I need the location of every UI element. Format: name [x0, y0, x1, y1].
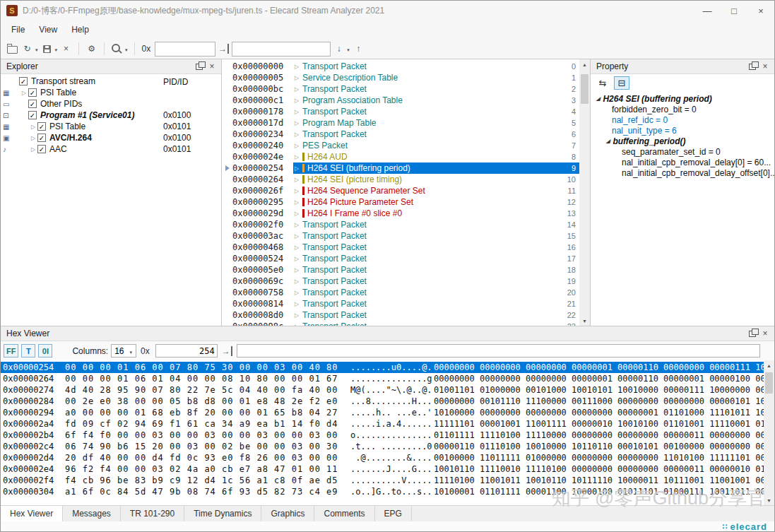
scroll-down-icon[interactable]: ▼: [764, 495, 774, 506]
property-row[interactable]: ◢H264 SEI (buffering period): [591, 93, 774, 104]
goto-offset-button[interactable]: →: [220, 343, 234, 359]
close-button[interactable]: ×: [747, 1, 774, 20]
hex-row[interactable]: 0x0000025400 00 00 01 06 00 07 80 75 30 …: [1, 362, 764, 373]
checkbox[interactable]: ✓: [28, 88, 37, 97]
menu-help[interactable]: Help: [64, 25, 96, 35]
packet-row[interactable]: 0x0000026f▷H264 Sequence Parameter Set11: [222, 185, 579, 196]
hex-row[interactable]: 0x000002b46f f4 f0 00 00 03 00 00 03 00 …: [1, 430, 764, 441]
hex-row[interactable]: 0x000002a4fd 09 cf 02 94 69 f1 61 ca 34 …: [1, 418, 764, 430]
hex-search-input[interactable]: [237, 344, 760, 357]
packet-list-scrollbar[interactable]: ▲ ▼: [579, 59, 590, 326]
tree-item[interactable]: ♪▷✓AAC0x0101: [1, 143, 221, 155]
expand-icon[interactable]: ▷: [295, 211, 302, 217]
columns-select[interactable]: 16▾: [111, 344, 136, 357]
hex-row[interactable]: 0x000002d420 df 40 00 00 d4 fd 0c 93 e0 …: [1, 452, 764, 463]
packet-row[interactable]: 0x0000069c▷Transport Packet19: [222, 276, 579, 287]
expand-icon[interactable]: ▷: [29, 146, 37, 153]
packet-row[interactable]: 0x00000240▷PES Packet7: [222, 140, 579, 151]
close-panel-button[interactable]: ×: [759, 328, 771, 339]
save-button[interactable]: [40, 41, 54, 57]
expand-icon[interactable]: ▷: [295, 188, 302, 194]
checkbox[interactable]: ✓: [37, 122, 46, 131]
expand-icon[interactable]: ▷: [295, 290, 302, 296]
tab-epg[interactable]: EPG: [375, 506, 412, 521]
tree-item[interactable]: ▦▷✓PSI Table0x0101: [1, 121, 221, 132]
expand-icon[interactable]: ▷: [295, 222, 302, 228]
checkbox[interactable]: ✓: [19, 77, 28, 85]
tab-messages[interactable]: Messages: [63, 506, 121, 521]
close-panel-button[interactable]: ×: [759, 61, 771, 72]
hex-row[interactable]: 0x000002f4f4 cb 96 be 83 b9 c9 12 d4 1c …: [1, 475, 764, 486]
expand-icon[interactable]: ▷: [295, 244, 302, 251]
property-row[interactable]: nal_unit_type = 6: [591, 125, 774, 136]
hex-offset-input[interactable]: [155, 344, 218, 357]
expand-icon[interactable]: ▷: [295, 75, 302, 81]
maximize-button[interactable]: □: [721, 1, 747, 20]
packet-row[interactable]: 0x00000468▷Transport Packet16: [222, 242, 579, 253]
expand-icon[interactable]: ▷: [295, 278, 302, 285]
expand-icon[interactable]: ▷: [295, 143, 302, 149]
minimize-button[interactable]: —: [694, 1, 721, 20]
goto-offset-button[interactable]: →: [217, 41, 230, 57]
chevron-down-icon[interactable]: ▾: [55, 47, 58, 53]
property-row[interactable]: nal_initial_cpb_removal_delay_offset[0].…: [591, 167, 774, 178]
chevron-down-icon[interactable]: ▾: [125, 47, 128, 53]
expand-icon[interactable]: ▷: [295, 267, 302, 273]
expand-icon[interactable]: ▷: [295, 256, 302, 262]
float-panel-button[interactable]: [193, 61, 206, 72]
expand-icon[interactable]: ▷: [295, 312, 302, 319]
settings-button[interactable]: ⚙: [85, 41, 98, 57]
packet-row[interactable]: 0x00000758▷Transport Packet20: [222, 287, 579, 298]
tree-item[interactable]: ▣▷✓AVC/H.2640x0100: [1, 132, 221, 143]
tab-comments[interactable]: Comments: [314, 506, 374, 521]
collapse-icon[interactable]: ◢: [596, 96, 600, 102]
property-row[interactable]: ◢buffering_period(): [591, 136, 774, 146]
property-row[interactable]: seq_paramater_set_id = 0: [591, 146, 774, 157]
tree-view-button[interactable]: ⊟: [614, 76, 629, 90]
hex-row[interactable]: 0x000002744d 40 28 95 90 07 80 22 7e 5c …: [1, 384, 764, 396]
packet-row[interactable]: 0x000008d0▷Transport Packet22: [222, 309, 579, 321]
expand-icon[interactable]: ▷: [20, 90, 28, 96]
packet-row[interactable]: 0x00000264▷H264 SEI (picture timing)10: [222, 174, 579, 185]
swap-view-button[interactable]: ⇆: [595, 76, 610, 90]
expand-icon[interactable]: ▷: [295, 154, 302, 160]
close-file-button[interactable]: ×: [59, 41, 73, 57]
search-down-button[interactable]: ↓: [332, 41, 345, 57]
packet-row[interactable]: 0x00000234▷Transport Packet6: [222, 129, 579, 140]
float-panel-button[interactable]: [746, 328, 759, 339]
expand-icon[interactable]: ▷: [295, 64, 302, 70]
tree-item[interactable]: ▦▷✓PSI Table: [1, 87, 221, 98]
goto-offset-input[interactable]: [155, 42, 215, 57]
binary-view-toggle[interactable]: 0I: [38, 344, 52, 357]
text-view-toggle[interactable]: T: [21, 344, 35, 357]
tree-item[interactable]: ▭✓Other PIDs: [1, 98, 221, 110]
tab-graphics[interactable]: Graphics: [261, 506, 314, 521]
menu-view[interactable]: View: [32, 25, 64, 35]
expand-icon[interactable]: ▷: [295, 131, 302, 138]
scrollbar-track[interactable]: [764, 371, 774, 495]
menu-file[interactable]: File: [4, 25, 32, 35]
reload-button[interactable]: ↻: [20, 41, 34, 57]
tab-tr-101-290[interactable]: TR 101-290: [121, 506, 184, 521]
packet-row[interactable]: 0x00000295▷H264 Picture Parameter Set12: [222, 196, 579, 208]
expand-icon[interactable]: ▷: [295, 199, 302, 206]
expand-icon[interactable]: ▷: [295, 120, 302, 126]
expand-icon[interactable]: ▷: [295, 86, 302, 93]
hex-row[interactable]: 0x0000028400 2e e0 38 00 00 05 b8 d8 00 …: [1, 396, 764, 407]
checkbox[interactable]: ✓: [28, 111, 37, 119]
expand-icon[interactable]: ▷: [295, 301, 302, 307]
packet-row[interactable]: 0x000005e0▷Transport Packet18: [222, 264, 579, 276]
chevron-down-icon[interactable]: ▾: [347, 47, 350, 53]
expand-icon[interactable]: ▷: [295, 97, 302, 104]
hex-row[interactable]: 0x000002e496 f2 f4 00 00 03 02 4a a0 cb …: [1, 463, 764, 475]
tab-hex-viewer[interactable]: Hex Viewer: [1, 506, 63, 521]
chevron-down-icon[interactable]: ▾: [35, 47, 38, 53]
packet-row[interactable]: 0x0000017d▷Program Map Table5: [222, 117, 579, 129]
packet-row[interactable]: 0x000000c1▷Program Association Table3: [222, 95, 579, 106]
packet-row[interactable]: 0x000003ac▷Transport Packet15: [222, 230, 579, 242]
hex-row[interactable]: 0x00000304a1 6f 0c 84 5d 47 9b 08 74 6f …: [1, 486, 764, 497]
expand-icon[interactable]: ▷: [295, 109, 302, 115]
hex-view-toggle[interactable]: FF: [4, 344, 18, 357]
float-panel-button[interactable]: [746, 61, 759, 72]
search-button[interactable]: [110, 41, 124, 57]
